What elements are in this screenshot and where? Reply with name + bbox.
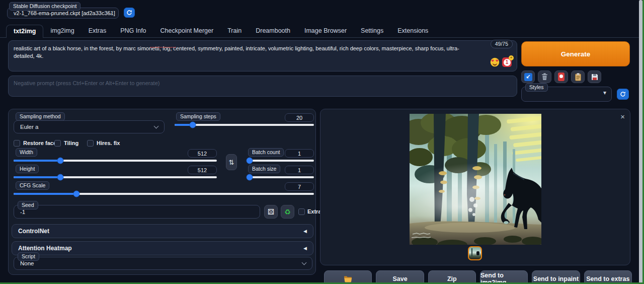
send-to-inpaint-button[interactable]: Send to inpaint <box>532 270 580 284</box>
styles-label: Styles <box>525 83 548 92</box>
cfg-scale-slider[interactable] <box>14 193 314 195</box>
cfg-scale-input[interactable]: 7 <box>285 182 314 191</box>
extra-seed-checkbox[interactable] <box>298 208 305 215</box>
width-input[interactable]: 512 <box>188 149 217 158</box>
checkpoint-label: Stable Diffusion checkpoint <box>9 2 80 11</box>
height-input[interactable]: 512 <box>188 166 217 174</box>
seed-label: Seed <box>18 201 38 209</box>
width-slider[interactable] <box>14 160 217 162</box>
controlnet-label: ControlNet <box>18 228 49 235</box>
send-to-extras-button[interactable]: Send to extras <box>584 270 632 284</box>
sd-webui-app: Stable Diffusion checkpoint v2-1_768-ema… <box>0 0 644 284</box>
batch-size-label: Batch size <box>248 165 280 173</box>
tool-button-row: ↙ <box>521 70 601 83</box>
accordion-collapsed-icon: ◀ <box>303 229 307 234</box>
negative-prompt-textbox[interactable] <box>8 76 517 97</box>
tab-png-info[interactable]: PNG Info <box>113 25 153 38</box>
styles-dropdown-arrow-icon: ▾ <box>603 89 606 96</box>
tab-txt2img[interactable]: txt2img <box>6 25 43 38</box>
prompt-text: realistic art of a black horse, in the f… <box>9 41 517 64</box>
tiling-checkbox[interactable] <box>54 140 61 147</box>
tab-bar: txt2img img2img Extras PNG Info Checkpoi… <box>6 25 435 38</box>
tab-extras[interactable]: Extras <box>82 25 113 38</box>
swap-icon: ⇅ <box>229 159 234 166</box>
extra-networks-button[interactable] <box>554 70 568 83</box>
token-counter: 49/75 <box>491 40 513 48</box>
heart-eyes-emoji-icon[interactable] <box>490 57 500 67</box>
prompt-textbox[interactable]: realistic art of a black horse, in the f… <box>8 40 517 72</box>
batch-count-input[interactable]: 1 <box>285 149 314 158</box>
folder-icon <box>344 275 352 282</box>
sampling-steps-slider[interactable] <box>175 124 314 126</box>
sampling-steps-label: Sampling steps <box>176 112 220 121</box>
tab-dreambooth[interactable]: Dreambooth <box>249 25 297 38</box>
card-badge-icon[interactable]: 1 + <box>502 57 512 67</box>
flower-card-icon <box>558 73 565 81</box>
send-to-img2img-button[interactable]: Send to img2img <box>480 270 528 284</box>
gallery-thumbnail-selected[interactable] <box>468 246 482 260</box>
generate-button[interactable]: Generate <box>521 41 630 66</box>
styles-refresh-button[interactable] <box>617 89 629 100</box>
script-dropdown[interactable]: None <box>14 257 312 270</box>
sampling-steps-input[interactable]: 20 <box>285 113 314 122</box>
tab-checkpoint-merger[interactable]: Checkpoint Merger <box>153 25 221 38</box>
zip-button[interactable]: Zip <box>428 270 476 284</box>
checkpoint-value: v2-1_768-ema-pruned.ckpt [ad2a33c361] <box>14 10 115 16</box>
recycle-icon: ♻ <box>284 208 291 216</box>
open-folder-button[interactable] <box>324 270 372 284</box>
chevron-down-icon <box>154 124 159 129</box>
seed-value: -1 <box>20 209 25 215</box>
script-value: None <box>20 260 34 266</box>
batch-count-slider[interactable] <box>247 160 314 162</box>
refresh-icon <box>620 91 626 97</box>
reuse-seed-button[interactable]: ♻ <box>281 205 294 219</box>
controlnet-accordion[interactable]: ControlNet ◀ <box>12 224 313 238</box>
tab-train[interactable]: Train <box>220 25 249 38</box>
sampling-method-dropdown[interactable]: Euler a <box>14 120 165 133</box>
prompt-emoji-buttons: 1 + <box>490 57 512 67</box>
clipboard-icon <box>575 73 581 81</box>
refresh-icon <box>126 10 132 16</box>
tab-img2img[interactable]: img2img <box>43 25 81 38</box>
attention-heatmap-label: Attention Heatmap <box>18 245 72 252</box>
parameters-panel: Sampling method Euler a Sampling steps 2… <box>8 109 316 275</box>
hires-fix-label: Hires. fix <box>97 140 120 146</box>
random-seed-button[interactable]: ⚄ <box>264 205 278 219</box>
gallery-panel: × <box>320 109 630 265</box>
save-style-button[interactable] <box>588 70 601 83</box>
apply-style-button[interactable] <box>571 70 585 83</box>
restore-faces-checkbox[interactable] <box>14 140 20 147</box>
hires-fix-checkbox[interactable] <box>87 140 94 147</box>
clear-prompt-button[interactable] <box>538 70 551 83</box>
spellcheck-underline <box>150 47 176 48</box>
generated-image[interactable] <box>410 114 541 245</box>
swap-dimensions-button[interactable]: ⇅ <box>226 154 237 170</box>
checkpoint-refresh-button[interactable] <box>124 8 135 18</box>
sampling-method-value: Euler a <box>20 124 38 130</box>
paste-params-button[interactable]: ↙ <box>521 70 535 83</box>
batch-count-label: Batch count <box>248 148 284 157</box>
sampling-method-label: Sampling method <box>16 112 65 121</box>
batch-size-slider[interactable] <box>247 176 314 178</box>
tab-settings[interactable]: Settings <box>354 25 390 38</box>
width-label: Width <box>16 148 37 157</box>
height-slider[interactable] <box>14 176 217 178</box>
card-badge-plus: + <box>509 55 514 60</box>
floppy-disk-icon <box>591 74 598 81</box>
tiling-label: Tiling <box>64 140 78 146</box>
seed-input[interactable]: -1 <box>14 205 260 219</box>
attention-heatmap-accordion[interactable]: Attention Heatmap ◀ <box>12 241 313 255</box>
cfg-scale-label: CFG Scale <box>16 181 49 190</box>
close-gallery-icon[interactable]: × <box>620 112 625 121</box>
paste-arrow-icon: ↙ <box>524 73 532 81</box>
batch-size-input[interactable]: 1 <box>285 166 314 174</box>
script-label: Script <box>18 252 39 261</box>
dice-icon: ⚄ <box>268 207 274 217</box>
tab-image-browser[interactable]: Image Browser <box>297 25 354 38</box>
accordion-collapsed-icon: ◀ <box>303 246 307 251</box>
save-button[interactable]: Save <box>376 270 424 284</box>
page-scrollbar[interactable] <box>639 0 642 284</box>
trash-icon <box>541 73 548 81</box>
tab-extensions[interactable]: Extensions <box>390 25 435 38</box>
extra-seed-label: Extra <box>307 208 321 215</box>
